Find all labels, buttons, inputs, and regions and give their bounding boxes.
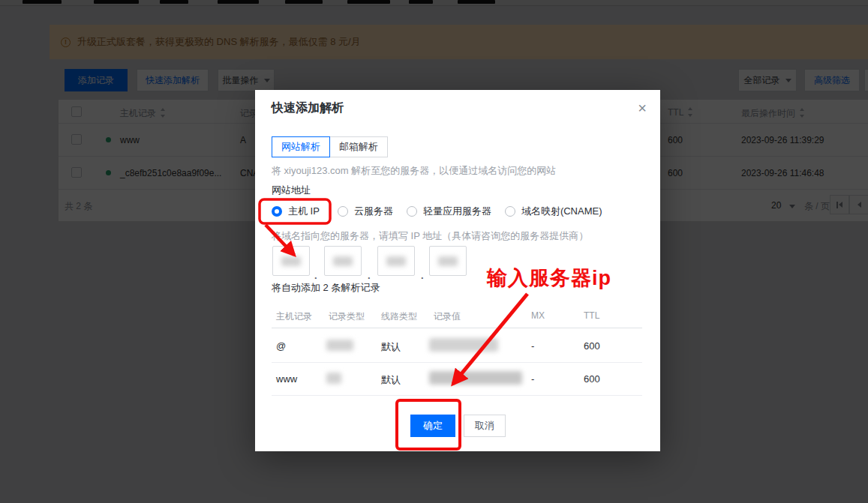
- dialog-description: 将 xiyouji123.com 解析至您的服务器，以便通过域名访问您的网站: [272, 164, 556, 178]
- website-address-label: 网站地址: [272, 184, 311, 197]
- redacted-value: [326, 373, 341, 384]
- redacted-value: [438, 256, 458, 266]
- ip-dot: .: [421, 270, 424, 281]
- close-icon[interactable]: ×: [638, 100, 647, 115]
- dialog-title: 快速添加解析: [272, 100, 344, 116]
- redacted-value: [281, 256, 301, 266]
- radio-lighthouse[interactable]: [407, 206, 417, 217]
- address-type-radios: 主机 IP 云服务器 轻量应用服务器 域名映射(CNAME): [272, 205, 602, 218]
- radio-host-ip[interactable]: [272, 206, 282, 217]
- ip-octet-input[interactable]: [324, 246, 362, 276]
- redacted-value: [386, 256, 406, 266]
- redacted-value: [326, 340, 353, 351]
- cancel-button[interactable]: 取消: [464, 415, 506, 437]
- radio-cvm[interactable]: [338, 206, 348, 217]
- redacted-value: [429, 371, 522, 385]
- ip-dot: .: [368, 270, 371, 281]
- dialog-tabs: 网站解析 邮箱解析: [272, 136, 388, 157]
- confirm-button[interactable]: 确定: [410, 415, 455, 437]
- ip-octet-input[interactable]: [377, 246, 415, 276]
- app-window: ! 升级正式版套餐，获得更极致的 DNS 解析服务，最低仅需 8 元/月 添加记…: [0, 0, 868, 503]
- redacted-value: [333, 256, 353, 266]
- auto-add-note: 将自动添加 2 条解析记录: [272, 281, 380, 295]
- ip-hint-text: 将域名指向您的服务器，请填写 IP 地址（具体请咨询您的服务器提供商）: [272, 229, 588, 243]
- radio-cname[interactable]: [505, 206, 515, 217]
- ip-octet-input[interactable]: [272, 246, 310, 276]
- quick-add-dialog: 快速添加解析 × 网站解析 邮箱解析 将 xiyouji123.com 解析至您…: [255, 90, 660, 451]
- ip-octet-input[interactable]: [429, 246, 467, 276]
- tab-mail-resolution[interactable]: 邮箱解析: [329, 136, 388, 157]
- tab-website-resolution[interactable]: 网站解析: [272, 136, 330, 157]
- redacted-value: [429, 338, 498, 352]
- ip-dot: .: [314, 270, 317, 281]
